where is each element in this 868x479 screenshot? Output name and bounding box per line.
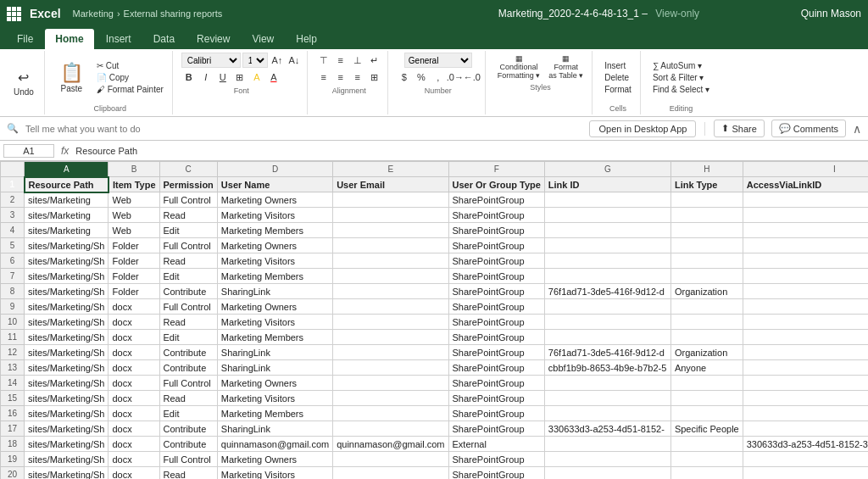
cell-c9[interactable]: Full Control bbox=[159, 299, 217, 315]
cell-a18[interactable]: sites/Marketing/Sh bbox=[25, 437, 108, 452]
cell-g18[interactable] bbox=[544, 437, 670, 452]
cell-c17[interactable]: Contribute bbox=[159, 421, 217, 437]
row-num-12[interactable]: 12 bbox=[1, 345, 25, 360]
cell-f3[interactable]: SharePointGroup bbox=[448, 208, 544, 223]
cell-i6[interactable] bbox=[743, 253, 868, 269]
tell-me-input[interactable] bbox=[25, 124, 582, 134]
cell-a5[interactable]: sites/Marketing/Sh bbox=[25, 238, 108, 253]
currency-button[interactable]: $ bbox=[397, 70, 412, 85]
cell-h19[interactable] bbox=[670, 452, 743, 467]
cell-b16[interactable]: docx bbox=[108, 406, 159, 421]
cell-d14[interactable]: Marketing Owners bbox=[217, 376, 332, 391]
cell-f8[interactable]: SharePointGroup bbox=[448, 284, 544, 299]
cell-b15[interactable]: docx bbox=[108, 391, 159, 406]
undo-button[interactable]: ↩ Undo bbox=[8, 66, 39, 100]
cell-d9[interactable]: Marketing Owners bbox=[217, 299, 332, 315]
cell-d1[interactable]: User Name bbox=[217, 177, 332, 192]
cell-g5[interactable] bbox=[544, 238, 670, 253]
cell-g19[interactable] bbox=[544, 452, 670, 467]
cell-a6[interactable]: sites/Marketing/Sh bbox=[25, 253, 108, 269]
cell-i18[interactable]: 330633d3-a253-4d51-8152-336bd0f51363 bbox=[743, 437, 868, 452]
autosum-button[interactable]: ∑ AutoSum ▾ bbox=[649, 60, 713, 71]
cell-i16[interactable] bbox=[743, 406, 868, 421]
col-header-f[interactable]: F bbox=[448, 162, 544, 177]
cell-e20[interactable] bbox=[333, 467, 448, 480]
user-name[interactable]: Quinn Mason bbox=[801, 8, 861, 19]
insert-cells-button[interactable]: Insert bbox=[601, 60, 635, 71]
cell-a13[interactable]: sites/Marketing/Sh bbox=[25, 360, 108, 376]
cell-f13[interactable]: SharePointGroup bbox=[448, 360, 544, 376]
format-as-table-button[interactable]: ▦ Formatas Table ▾ bbox=[545, 53, 587, 81]
cell-i4[interactable] bbox=[743, 223, 868, 238]
cell-c4[interactable]: Edit bbox=[159, 223, 217, 238]
cell-b18[interactable]: docx bbox=[108, 437, 159, 452]
cell-g12[interactable]: 76f1ad71-3de5-416f-9d12-d bbox=[544, 345, 670, 360]
cell-i9[interactable] bbox=[743, 299, 868, 315]
cell-f2[interactable]: SharePointGroup bbox=[448, 192, 544, 208]
cell-g3[interactable] bbox=[544, 208, 670, 223]
cell-i2[interactable] bbox=[743, 192, 868, 208]
cell-a12[interactable]: sites/Marketing/Sh bbox=[25, 345, 108, 360]
cell-h12[interactable]: Organization bbox=[670, 345, 743, 360]
cell-d4[interactable]: Marketing Members bbox=[217, 223, 332, 238]
cell-f19[interactable]: SharePointGroup bbox=[448, 452, 544, 467]
cell-a19[interactable]: sites/Marketing/Sh bbox=[25, 452, 108, 467]
cell-f18[interactable]: External bbox=[448, 437, 544, 452]
cell-c2[interactable]: Full Control bbox=[159, 192, 217, 208]
cell-f5[interactable]: SharePointGroup bbox=[448, 238, 544, 253]
cell-d16[interactable]: Marketing Members bbox=[217, 406, 332, 421]
cell-i11[interactable] bbox=[743, 330, 868, 345]
cell-g15[interactable] bbox=[544, 391, 670, 406]
row-num-6[interactable]: 6 bbox=[1, 253, 25, 269]
cell-c20[interactable]: Read bbox=[159, 467, 217, 480]
number-format-select[interactable]: General bbox=[404, 53, 472, 68]
merge-button[interactable]: ⊞ bbox=[367, 70, 382, 85]
cell-c12[interactable]: Contribute bbox=[159, 345, 217, 360]
font-size-select[interactable]: 11 bbox=[242, 53, 268, 68]
align-bottom-button[interactable]: ⊥ bbox=[350, 53, 365, 68]
col-header-c[interactable]: C bbox=[159, 162, 217, 177]
cell-a15[interactable]: sites/Marketing/Sh bbox=[25, 391, 108, 406]
col-header-e[interactable]: E bbox=[333, 162, 448, 177]
cell-b10[interactable]: docx bbox=[108, 315, 159, 330]
cell-f10[interactable]: SharePointGroup bbox=[448, 315, 544, 330]
font-grow-button[interactable]: A↑ bbox=[270, 53, 285, 68]
cell-h1[interactable]: Link Type bbox=[670, 177, 743, 192]
cell-h20[interactable] bbox=[670, 467, 743, 480]
cell-b7[interactable]: Folder bbox=[108, 269, 159, 284]
cell-d2[interactable]: Marketing Owners bbox=[217, 192, 332, 208]
cell-d19[interactable]: Marketing Owners bbox=[217, 452, 332, 467]
cell-b17[interactable]: docx bbox=[108, 421, 159, 437]
row-num-9[interactable]: 9 bbox=[1, 299, 25, 315]
tab-data[interactable]: Data bbox=[143, 29, 185, 49]
row-num-4[interactable]: 4 bbox=[1, 223, 25, 238]
cell-d20[interactable]: Marketing Visitors bbox=[217, 467, 332, 480]
cell-h18[interactable] bbox=[670, 437, 743, 452]
cell-b8[interactable]: Folder bbox=[108, 284, 159, 299]
col-header-d[interactable]: D bbox=[217, 162, 332, 177]
cell-a16[interactable]: sites/Marketing/Sh bbox=[25, 406, 108, 421]
font-color-button[interactable]: A bbox=[266, 70, 281, 85]
cell-h2[interactable] bbox=[670, 192, 743, 208]
cell-h9[interactable] bbox=[670, 299, 743, 315]
cell-i15[interactable] bbox=[743, 391, 868, 406]
row-num-15[interactable]: 15 bbox=[1, 391, 25, 406]
cell-c1[interactable]: Permission bbox=[159, 177, 217, 192]
cell-e1[interactable]: User Email bbox=[333, 177, 448, 192]
cell-h10[interactable] bbox=[670, 315, 743, 330]
cell-i8[interactable] bbox=[743, 284, 868, 299]
cell-f4[interactable]: SharePointGroup bbox=[448, 223, 544, 238]
cell-reference-box[interactable] bbox=[3, 144, 54, 158]
cell-c7[interactable]: Edit bbox=[159, 269, 217, 284]
tab-home[interactable]: Home bbox=[45, 29, 93, 49]
cell-e5[interactable] bbox=[333, 238, 448, 253]
cell-d11[interactable]: Marketing Members bbox=[217, 330, 332, 345]
cell-d8[interactable]: SharingLink bbox=[217, 284, 332, 299]
cell-e12[interactable] bbox=[333, 345, 448, 360]
cell-a1[interactable]: Resource Path bbox=[25, 177, 108, 192]
cell-g16[interactable] bbox=[544, 406, 670, 421]
cell-g10[interactable] bbox=[544, 315, 670, 330]
cell-b20[interactable]: docx bbox=[108, 467, 159, 480]
align-middle-button[interactable]: ≡ bbox=[333, 53, 348, 68]
cell-d7[interactable]: Marketing Members bbox=[217, 269, 332, 284]
